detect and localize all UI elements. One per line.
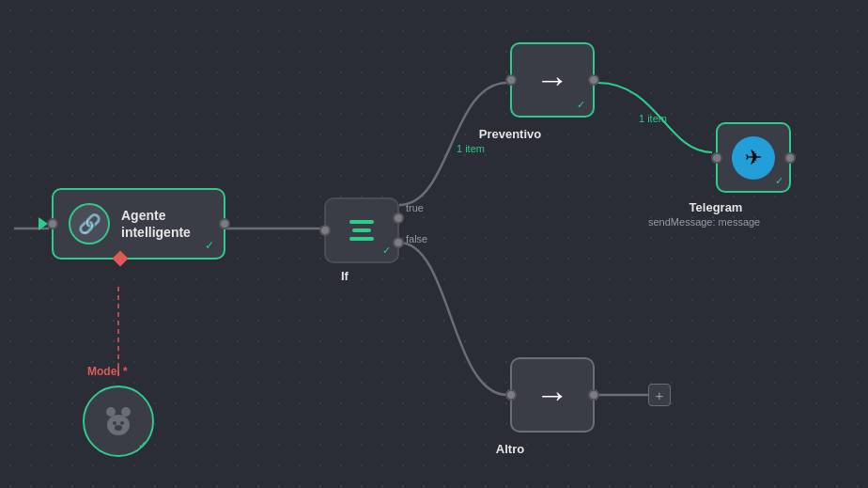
svg-point-5: [115, 425, 122, 431]
preventivo-checkmark: ✓: [577, 99, 585, 111]
if-port-true[interactable]: [393, 213, 404, 224]
agente-port-right[interactable]: [219, 218, 230, 229]
if-label-text: If: [341, 269, 349, 283]
canvas: 🔗 Agente intelligente ✓ Model * ✓: [0, 0, 868, 488]
true-label: true: [406, 202, 424, 213]
telegram-sublabel: sendMessage: message: [648, 216, 742, 228]
altro-port-right[interactable]: [588, 389, 599, 401]
agente-node[interactable]: 🔗 Agente intelligente ✓: [52, 188, 225, 260]
agente-label: Agente intelligente: [121, 207, 209, 241]
telegram-label: Telegram: [678, 200, 753, 214]
agente-checkmark: ✓: [205, 239, 214, 252]
telegram-node[interactable]: ✈ ✓: [716, 122, 791, 193]
preventivo-arrow-icon: →: [535, 60, 569, 100]
model-node[interactable]: ✓: [83, 386, 154, 457]
item-label-2: 1 item: [639, 113, 667, 124]
svg-point-1: [121, 407, 131, 417]
model-icon: [100, 402, 137, 440]
if-port-false[interactable]: [393, 237, 404, 248]
svg-point-4: [120, 421, 124, 425]
if-port-left[interactable]: [319, 225, 331, 236]
telegram-port-right[interactable]: [784, 152, 796, 164]
preventivo-port-left[interactable]: [505, 74, 517, 86]
telegram-icon: ✈: [732, 136, 775, 180]
agente-port-left[interactable]: [47, 218, 58, 229]
preventivo-port-right[interactable]: [588, 74, 599, 86]
altro-arrow-icon: →: [535, 375, 569, 415]
if-checkmark: ✓: [382, 244, 391, 257]
agente-icon: 🔗: [69, 203, 110, 244]
preventivo-label: Preventivo: [468, 127, 552, 141]
svg-point-0: [106, 407, 116, 417]
altro-node[interactable]: →: [510, 357, 595, 433]
svg-point-3: [113, 421, 116, 425]
item-label-1: 1 item: [457, 143, 485, 154]
altro-port-left[interactable]: [505, 389, 517, 401]
agente-port-bottom[interactable]: [113, 251, 129, 267]
telegram-checkmark: ✓: [775, 175, 783, 187]
false-label: false: [406, 233, 427, 244]
if-node[interactable]: ✓: [324, 197, 399, 263]
altro-label: Altro: [468, 442, 552, 456]
model-checkmark: ✓: [138, 439, 147, 451]
altro-plus-button[interactable]: +: [648, 384, 671, 406]
if-icon: [349, 220, 374, 241]
model-label-text: Model *: [87, 365, 128, 378]
telegram-port-left[interactable]: [711, 152, 722, 164]
preventivo-node[interactable]: → ✓: [510, 42, 595, 118]
